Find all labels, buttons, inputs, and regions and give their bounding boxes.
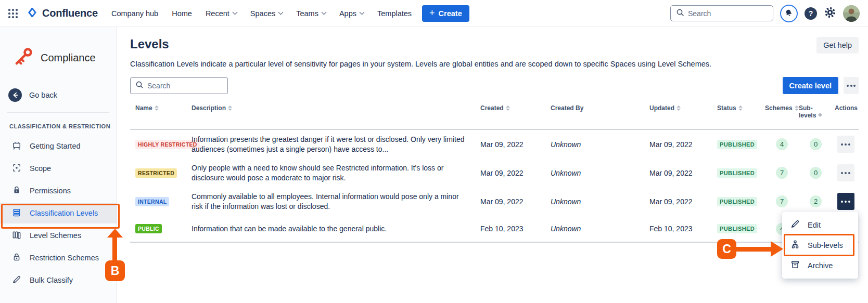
search-icon bbox=[676, 8, 684, 19]
levels-main-panel: Levels Get help Classification Levels in… bbox=[118, 27, 868, 303]
status-badge: PUBLISHED bbox=[717, 197, 757, 206]
schemes-count: 4 bbox=[776, 138, 788, 150]
notification-bell-icon[interactable] bbox=[780, 5, 798, 22]
level-name-badge[interactable]: RESTRICTED bbox=[135, 168, 177, 178]
top-navigation-bar: Confluence Company hub Home Recent Space… bbox=[0, 0, 868, 27]
column-header-status[interactable]: Status bbox=[717, 104, 765, 112]
status-badge: PUBLISHED bbox=[717, 168, 757, 178]
row-actions-button[interactable] bbox=[837, 136, 854, 153]
compliance-logo: Compliance bbox=[0, 27, 117, 71]
page-title: Levels bbox=[130, 37, 169, 51]
sidebar-item-bulk-classify[interactable]: Bulk Classify bbox=[0, 270, 117, 291]
annotation-rect-sub-levels bbox=[784, 234, 854, 256]
key-icon bbox=[11, 45, 35, 71]
sidebar-item-getting-started[interactable]: Getting Started bbox=[0, 136, 117, 156]
nav-apps[interactable]: Apps bbox=[339, 9, 364, 18]
level-description: Information that can be made available t… bbox=[192, 224, 480, 234]
sub-levels-count: 2 bbox=[810, 195, 822, 207]
sort-icon bbox=[738, 106, 743, 111]
created-date: Feb 10, 2023 bbox=[480, 225, 551, 233]
levels-search[interactable] bbox=[130, 77, 228, 94]
avatar[interactable] bbox=[843, 5, 860, 22]
get-help-button[interactable]: Get help bbox=[816, 37, 859, 54]
sub-levels-count: 0 bbox=[810, 138, 822, 150]
create-level-button[interactable]: Create level bbox=[783, 77, 838, 94]
column-header-actions: Actions bbox=[833, 104, 859, 112]
updated-date: Mar 09, 2022 bbox=[649, 197, 717, 206]
sort-icon bbox=[155, 106, 159, 111]
column-header-description[interactable]: Description bbox=[192, 104, 480, 112]
nav-templates[interactable]: Templates bbox=[377, 9, 412, 18]
level-name-badge[interactable]: PUBLIC bbox=[135, 224, 162, 233]
confluence-brand[interactable]: Confluence bbox=[26, 6, 98, 21]
row-actions-button[interactable] bbox=[837, 164, 854, 181]
level-name-badge[interactable]: INTERNAL bbox=[135, 197, 169, 206]
create-button[interactable]: + Create bbox=[422, 5, 469, 22]
go-back-button[interactable]: Go back bbox=[8, 88, 117, 102]
sort-icon bbox=[795, 106, 799, 111]
plus-icon: + bbox=[429, 8, 435, 18]
levels-table: Name Description Created Created By Upda… bbox=[130, 102, 859, 243]
scope-icon bbox=[11, 163, 22, 175]
help-icon[interactable]: ? bbox=[805, 7, 817, 20]
column-header-schemes[interactable]: Schemes bbox=[765, 104, 799, 112]
column-header-created[interactable]: Created bbox=[480, 104, 551, 112]
menu-item-edit[interactable]: Edit bbox=[782, 215, 858, 235]
column-header-name[interactable]: Name bbox=[130, 104, 192, 112]
compliance-sidebar: Compliance Go back CLASSIFICATION & REST… bbox=[0, 27, 117, 303]
annotation-arrow-b-shaft bbox=[112, 237, 117, 261]
table-row-highly-restricted: HIGHLY RESTRICTED Information presents t… bbox=[130, 130, 859, 159]
sub-levels-count: 0 bbox=[810, 167, 822, 179]
nav-spaces[interactable]: Spaces bbox=[250, 9, 283, 18]
sort-icon bbox=[818, 113, 833, 117]
annotation-badge-c: C bbox=[717, 239, 736, 259]
lock-icon bbox=[11, 185, 22, 197]
created-date: Mar 09, 2022 bbox=[480, 197, 551, 206]
chevron-down-icon bbox=[321, 10, 326, 15]
nav-recent[interactable]: Recent bbox=[206, 9, 237, 18]
table-more-actions-button[interactable] bbox=[844, 77, 859, 94]
top-nav-links: Company hub Home Recent Spaces Teams App… bbox=[111, 9, 412, 18]
created-by: Unknown bbox=[551, 225, 649, 233]
sidebar-item-permissions[interactable]: Permissions bbox=[0, 180, 117, 201]
created-date: Mar 09, 2022 bbox=[480, 140, 551, 149]
column-header-created-by: Created By bbox=[551, 104, 649, 112]
app-switcher-icon[interactable] bbox=[7, 8, 19, 19]
annotation-rect-classification-levels bbox=[1, 204, 120, 229]
column-header-sub-levels[interactable]: Sub-levels bbox=[799, 104, 833, 119]
search-icon bbox=[135, 81, 144, 91]
settings-gear-icon[interactable] bbox=[824, 6, 836, 21]
level-name-badge[interactable]: HIGHLY RESTRICTED bbox=[135, 140, 200, 149]
confluence-admin-page: Confluence Company hub Home Recent Space… bbox=[0, 0, 868, 303]
pencil-icon bbox=[11, 274, 22, 286]
compliance-app-title: Compliance bbox=[41, 52, 96, 64]
column-header-updated[interactable]: Updated bbox=[649, 104, 717, 112]
created-date: Mar 09, 2022 bbox=[480, 169, 551, 177]
nav-company-hub[interactable]: Company hub bbox=[111, 9, 158, 18]
row-actions-button-active[interactable] bbox=[837, 193, 854, 210]
table-row-internal: INTERNAL Commonly available to all emplo… bbox=[130, 187, 859, 216]
padlock-icon bbox=[11, 252, 22, 264]
global-search-input[interactable] bbox=[688, 9, 761, 18]
easel-icon bbox=[11, 140, 22, 152]
sidebar-item-scope[interactable]: Scope bbox=[0, 158, 117, 179]
chevron-down-icon bbox=[360, 10, 365, 15]
updated-date: Feb 10, 2023 bbox=[649, 225, 717, 233]
global-search[interactable] bbox=[670, 5, 773, 21]
chevron-down-icon bbox=[278, 10, 284, 15]
sidebar-item-restriction-schemes[interactable]: Restriction Schemes bbox=[0, 247, 117, 268]
app-title: Confluence bbox=[42, 7, 98, 19]
confluence-logo-icon bbox=[26, 6, 39, 21]
chevron-down-icon bbox=[232, 10, 237, 15]
level-description: Commonly available to all employees. Int… bbox=[192, 192, 480, 212]
sort-icon bbox=[506, 106, 510, 111]
nav-home[interactable]: Home bbox=[172, 9, 192, 18]
annotation-badge-b: B bbox=[105, 260, 125, 281]
level-description: Only people with a need to know should s… bbox=[192, 163, 480, 183]
updated-date: Mar 09, 2022 bbox=[649, 140, 717, 149]
table-row-public: PUBLIC Information that can be made avai… bbox=[130, 216, 859, 243]
nav-teams[interactable]: Teams bbox=[296, 9, 326, 18]
schemes-count: 7 bbox=[776, 167, 788, 179]
levels-search-input[interactable] bbox=[147, 82, 220, 90]
menu-item-archive[interactable]: Archive bbox=[782, 255, 858, 275]
